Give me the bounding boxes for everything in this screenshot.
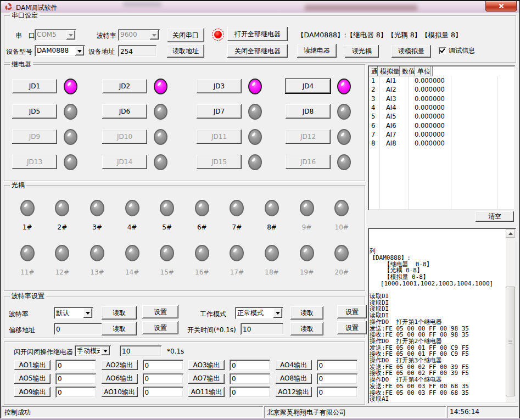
ao-value-input[interactable]: [317, 360, 357, 371]
analog-name-cell: AI5: [379, 113, 408, 120]
table-row[interactable]: 4 AI4 0.000000: [369, 103, 514, 112]
ao-value-input[interactable]: [55, 387, 96, 397]
log-line: 【DAM0888】:: [370, 255, 505, 261]
workmode-select[interactable]: 正常模式: [235, 307, 283, 319]
window-border-left: [0, 1, 1, 419]
read-relay-button[interactable]: 读继电器: [297, 44, 337, 58]
open-all-relays-button[interactable]: 打开全部继电器: [227, 27, 288, 41]
column-header[interactable]: 数值: [400, 66, 415, 76]
close-serial-button[interactable]: 关闭串口: [167, 28, 204, 42]
set-workmode-button[interactable]: 设置: [337, 305, 367, 318]
read-offset-button[interactable]: 读取: [102, 322, 137, 335]
relay-button[interactable]: JD2: [102, 79, 147, 93]
relay-button[interactable]: JD5: [12, 104, 57, 119]
ao-output-button[interactable]: AO5输出: [14, 374, 51, 384]
chevron-down-icon[interactable]: [75, 46, 84, 55]
ao-output-button[interactable]: AO4输出: [276, 360, 312, 370]
relay-button[interactable]: JD13: [12, 155, 57, 169]
ao-value-input[interactable]: [230, 387, 270, 397]
set-switchtime-button[interactable]: 设置: [337, 321, 367, 334]
value-cell: 0.000000: [408, 122, 451, 130]
app-logo-icon: [4, 3, 13, 11]
column-header[interactable]: 通: [369, 66, 378, 76]
table-row[interactable]: 3 AI3 0.000000: [369, 94, 514, 103]
ao-value-input[interactable]: [317, 387, 357, 397]
ao-value-input[interactable]: [230, 373, 270, 384]
flash-mode-select[interactable]: 手动模式: [75, 345, 111, 356]
chevron-down-icon[interactable]: [101, 346, 110, 355]
ao-output-button[interactable]: AO10输出: [102, 387, 138, 397]
scroll-up-icon[interactable]: [506, 229, 515, 238]
read-opto-button[interactable]: 读光耦: [345, 45, 379, 58]
log-scrollbar[interactable]: [506, 229, 515, 402]
log-line: 读取DI: [370, 293, 505, 300]
offset-address-input[interactable]: [54, 323, 103, 335]
relay-button[interactable]: JD6: [102, 104, 147, 119]
ao-value-input[interactable]: [230, 360, 270, 371]
table-row[interactable]: 1 AI1 0.000000: [369, 76, 514, 85]
ao-value-input[interactable]: [143, 387, 183, 397]
ao-output-button[interactable]: AO2输出: [102, 360, 138, 370]
relay-button[interactable]: JD8: [286, 104, 331, 119]
set-offset-button[interactable]: 设置: [142, 321, 178, 334]
ao-output-button[interactable]: AO9输出: [14, 387, 51, 397]
chevron-down-icon[interactable]: [83, 308, 92, 318]
clear-log-button[interactable]: 清空: [476, 211, 514, 222]
device-address-input[interactable]: [118, 45, 156, 57]
read-workmode-button[interactable]: 读取: [290, 306, 323, 320]
ao-value-input[interactable]: [55, 360, 96, 371]
ao-output-button[interactable]: AO12输出: [276, 387, 312, 397]
ao-output-button[interactable]: AO3输出: [188, 360, 225, 370]
read-switchtime-button[interactable]: 读取: [290, 322, 323, 335]
scrollbar-thumb[interactable]: [506, 287, 515, 396]
read-analog-button[interactable]: 读模拟量: [392, 45, 431, 58]
relay-button[interactable]: JD12: [286, 130, 331, 144]
analog-name-cell: AI3: [379, 95, 408, 103]
relay-button[interactable]: JD14: [102, 155, 147, 169]
ao-output-button[interactable]: AO1输出: [14, 360, 51, 370]
column-header[interactable]: 模拟量: [378, 66, 400, 76]
ao-cell: AO5输出: [14, 373, 102, 384]
table-row[interactable]: 8 AI8 0.000000: [369, 139, 514, 148]
relay-button[interactable]: JD16: [286, 155, 331, 169]
ao-value-input[interactable]: [143, 373, 183, 384]
column-header[interactable]: 单位: [415, 66, 430, 76]
column-header[interactable]: [430, 66, 433, 76]
read-baud-button[interactable]: 读取: [102, 306, 137, 320]
ao-output-button[interactable]: AO7输出: [188, 374, 225, 384]
relay-button[interactable]: JD3: [197, 79, 242, 93]
close-button[interactable]: [485, 1, 517, 12]
table-row[interactable]: 2 AI2 0.000000: [369, 85, 514, 94]
analog-table[interactable]: 通模拟量数值单位 1 AI1 0.000000 2 AI2 0.000000: [368, 65, 515, 210]
relay-button[interactable]: JD11: [197, 130, 242, 144]
close-all-relays-button[interactable]: 关闭全部继电器: [227, 44, 288, 58]
relay-led-indicator: [64, 129, 77, 145]
switch-time-input[interactable]: [241, 323, 283, 335]
read-address-button[interactable]: 读取地址: [167, 44, 204, 58]
relay-led-indicator: [154, 79, 167, 94]
ao-output-button[interactable]: AO8输出: [276, 374, 312, 384]
relay-button[interactable]: JD7: [197, 104, 242, 119]
flash-time-input[interactable]: [120, 345, 161, 356]
relay-button[interactable]: JD1: [12, 79, 57, 93]
ao-value-input[interactable]: [55, 373, 96, 384]
ao-value-input[interactable]: [317, 373, 357, 384]
chevron-down-icon[interactable]: [273, 308, 282, 318]
relay-button[interactable]: JD4: [286, 79, 331, 93]
relay-button[interactable]: JD15: [197, 155, 242, 169]
model-select[interactable]: DAM0888: [35, 45, 85, 57]
debug-info-checkbox[interactable]: 调试信息: [439, 46, 475, 55]
ao-output-button[interactable]: AO6输出: [102, 374, 138, 384]
table-row[interactable]: 7 AI7 0.000000: [369, 130, 514, 139]
table-row[interactable]: 5 AI5 0.000000: [369, 112, 514, 121]
set-baud-button[interactable]: 设置: [142, 305, 178, 318]
baudrate-select[interactable]: 默认: [54, 307, 93, 319]
ao-value-input[interactable]: [143, 360, 183, 371]
baud-value: 9600: [120, 31, 149, 38]
table-row[interactable]: 6 AI6 0.000000: [369, 121, 514, 130]
relay-button[interactable]: JD9: [12, 130, 57, 144]
relay-cell: JD3: [197, 79, 286, 94]
relay-button[interactable]: JD10: [102, 130, 147, 144]
log-panel[interactable]: 列【DAM0888】: 【继电器 0-8】 【光耦 0-8】 【模拟量 0-8】…: [368, 228, 516, 404]
ao-output-button[interactable]: AO11输出: [188, 387, 225, 397]
